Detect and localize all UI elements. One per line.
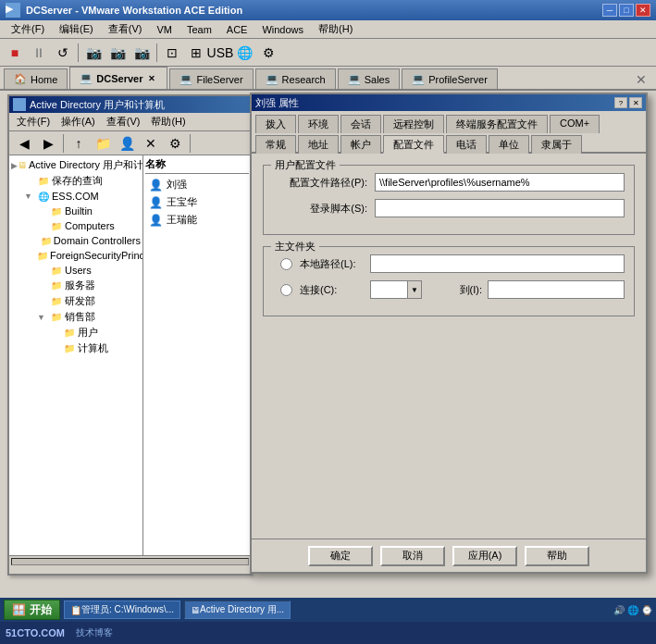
tab-home[interactable]: 🏠 Home — [4, 68, 68, 89]
ad-builtin[interactable]: 📁 Builtin — [11, 204, 141, 218]
menu-ace[interactable]: ACE — [219, 22, 255, 37]
ad-menu-view[interactable]: 查看(V) — [101, 114, 146, 130]
maximize-button[interactable]: □ — [619, 4, 634, 17]
toolbar-net[interactable]: 🌐 — [233, 42, 255, 64]
ad-servers[interactable]: 📁 服务器 — [11, 278, 141, 293]
task-label-0: 管理员: C:\Windows\... — [81, 603, 174, 616]
drive-input[interactable] — [370, 280, 407, 299]
start-button[interactable]: 🪟 开始 — [4, 600, 60, 620]
prop-close-button[interactable]: ✕ — [629, 97, 642, 108]
tab-dialin[interactable]: 拨入 — [255, 115, 296, 133]
menu-view[interactable]: 查看(V) — [101, 20, 150, 38]
local-path-radio[interactable] — [280, 258, 292, 270]
profile-path-label: 配置文件路径(P): — [273, 176, 375, 190]
menu-help[interactable]: 帮助(H) — [311, 20, 360, 38]
minimize-button[interactable]: ─ — [602, 4, 617, 17]
tab-sales[interactable]: 💻 Sales — [338, 68, 401, 89]
tab-remote[interactable]: 远程控制 — [383, 115, 444, 133]
menu-file[interactable]: 文件(F) — [4, 20, 52, 38]
ad-list-item-1[interactable]: 👤 王宝华 — [145, 193, 249, 211]
ad-newou[interactable]: 📁 — [92, 132, 114, 155]
toolbar-power[interactable]: ■ — [4, 42, 26, 64]
tab-dcserver[interactable]: 💻 DCServer ✕ — [69, 67, 167, 89]
close-button[interactable]: ✕ — [636, 4, 650, 17]
connect-radio[interactable] — [280, 284, 292, 296]
toolbar-snap2[interactable]: 📷 — [106, 42, 129, 64]
ad-dc[interactable]: 📁 Domain Controllers — [11, 233, 141, 248]
vmware-icon: ▶ — [6, 3, 20, 18]
ad-foreign[interactable]: 📁 ForeignSecurityPrincip — [11, 248, 141, 263]
rnd-folder-icon: 📁 — [50, 295, 63, 308]
tab-fileserver[interactable]: 💻 FileServer — [169, 68, 253, 89]
local-path-input[interactable] — [370, 254, 625, 273]
ad-back[interactable]: ◀ — [13, 132, 35, 155]
tab-member[interactable]: 隶属于 — [531, 135, 582, 154]
menu-vm[interactable]: VM — [149, 22, 179, 37]
toolbar-pause[interactable]: ⏸ — [28, 42, 50, 64]
ad-up[interactable]: ↑ — [68, 132, 90, 155]
tab-com[interactable]: COM+ — [550, 115, 600, 133]
ad-menu-file[interactable]: 文件(F) — [11, 114, 56, 130]
toolbar-full[interactable]: ⊡ — [161, 42, 183, 64]
ad-list-item-2[interactable]: 👤 王瑞能 — [145, 211, 249, 229]
ad-forward[interactable]: ▶ — [37, 132, 59, 155]
sales-icon: 💻 — [348, 73, 361, 85]
ad-delete[interactable]: ✕ — [140, 132, 162, 155]
login-script-input[interactable] — [375, 199, 625, 217]
apply-button[interactable]: 应用(A) — [452, 546, 517, 566]
tab-env[interactable]: 环境 — [298, 115, 339, 133]
ad-users[interactable]: 📁 Users — [11, 263, 141, 278]
ad-menu-help[interactable]: 帮助(H) — [145, 114, 191, 130]
ad-computers[interactable]: 📁 Computers — [11, 218, 141, 233]
ad-saved-queries[interactable]: 📁 保存的查询 — [11, 173, 141, 189]
ad-sales-users[interactable]: 📁 用户 — [11, 325, 141, 341]
ad-scrollbar[interactable] — [9, 555, 251, 566]
ad-rnd[interactable]: 📁 研发部 — [11, 293, 141, 309]
research-icon: 💻 — [266, 73, 278, 85]
toolbar-usb[interactable]: USB — [209, 42, 231, 64]
cancel-button[interactable]: 取消 — [380, 546, 445, 566]
tab-address[interactable]: 地址 — [298, 135, 339, 154]
tab-account[interactable]: 帐户 — [340, 135, 381, 154]
tab-session[interactable]: 会话 — [340, 115, 381, 133]
ad-newuser[interactable]: 👤 — [116, 132, 138, 155]
help-button[interactable]: 帮助 — [525, 546, 589, 566]
ad-esscom[interactable]: ▼ 🌐 ESS.COM — [11, 189, 141, 204]
menu-windows[interactable]: Windows — [254, 22, 311, 37]
ad-sales-computers[interactable]: 📁 计算机 — [11, 341, 141, 356]
menu-team[interactable]: Team — [179, 22, 219, 37]
profile-path-input[interactable] — [375, 173, 625, 192]
ad-tree-root[interactable]: ▶ 🖥 Active Directory 用户和计 — [11, 157, 141, 173]
toolbar-settings[interactable]: ⚙ — [257, 42, 279, 64]
toolbar-refresh[interactable]: ↺ — [52, 42, 74, 64]
tab-terminal-profile[interactable]: 终端服务配置文件 — [446, 115, 548, 133]
ad-scroll-track[interactable] — [11, 558, 249, 565]
ad-props[interactable]: ⚙ — [164, 132, 186, 155]
tab-research[interactable]: 💻 Research — [255, 68, 336, 89]
taskbar-task-1[interactable]: 🖥 Active Directory 用... — [184, 601, 291, 619]
prop-help-button[interactable]: ? — [614, 97, 627, 108]
tab-dcserver-close[interactable]: ✕ — [146, 73, 157, 84]
connect-to-input[interactable] — [488, 280, 625, 299]
ad-builtin-label: Builtin — [65, 205, 93, 217]
user-icon-2: 👤 — [149, 214, 163, 227]
ad-list-item-0[interactable]: 👤 刘强 — [145, 176, 249, 193]
ad-tree[interactable]: ▶ 🖥 Active Directory 用户和计 📁 保存的查询 ▼ 🌐 ES… — [9, 155, 143, 555]
builtin-folder-icon: 📁 — [50, 204, 63, 217]
tab-phone[interactable]: 电话 — [446, 135, 487, 154]
toolbar-snap1[interactable]: 📷 — [82, 42, 105, 64]
tab-general[interactable]: 常规 — [255, 135, 296, 154]
tab-profile[interactable]: 配置文件 — [383, 135, 444, 154]
ok-button[interactable]: 确定 — [308, 546, 373, 566]
menu-edit[interactable]: 编辑(E) — [52, 20, 101, 38]
tab-org[interactable]: 单位 — [489, 135, 529, 154]
toolbar-snap3[interactable]: 📷 — [130, 42, 153, 64]
taskbar-task-0[interactable]: 📋 管理员: C:\Windows\... — [64, 601, 180, 619]
toolbar-share[interactable]: ⊞ — [185, 42, 207, 64]
ad-menu-action[interactable]: 操作(A) — [56, 114, 101, 130]
tab-bar-close[interactable]: ✕ — [630, 70, 652, 89]
drive-dropdown[interactable]: ▼ — [407, 280, 422, 299]
ad-sales[interactable]: ▼ 📁 销售部 — [11, 309, 141, 325]
tab-profileserver[interactable]: 💻 ProfileServer — [402, 68, 498, 89]
ad-sales-computers-label: 计算机 — [78, 341, 108, 355]
